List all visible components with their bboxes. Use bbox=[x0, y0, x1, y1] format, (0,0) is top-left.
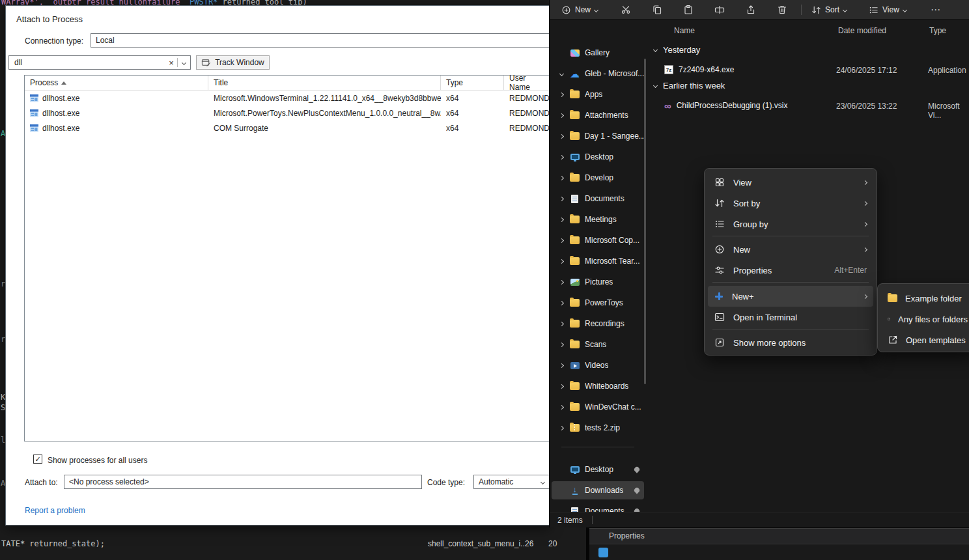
file-row[interactable]: 7z2409-x64.exe bbox=[664, 63, 734, 77]
menu-item-show-more-options[interactable]: Show more options bbox=[708, 332, 873, 353]
share-button[interactable] bbox=[740, 2, 762, 18]
process-table: Process Title Type User Name dllhost.exe… bbox=[24, 75, 550, 441]
open-external-icon bbox=[888, 335, 898, 345]
delete-button[interactable] bbox=[771, 2, 793, 18]
rename-button[interactable] bbox=[709, 2, 731, 18]
column-header-type[interactable]: Type bbox=[441, 76, 504, 90]
sidebar-item-apps[interactable]: Apps bbox=[552, 85, 644, 104]
download-icon bbox=[572, 486, 578, 495]
group-header-earlier-this-week[interactable]: Earlier this week bbox=[654, 81, 725, 91]
submenu-item-example-folder[interactable]: Example folder bbox=[881, 288, 969, 309]
menu-item-new[interactable]: New bbox=[708, 239, 873, 260]
filter-dropdown-button[interactable] bbox=[178, 61, 190, 64]
group-header-yesterday[interactable]: Yesterday bbox=[654, 45, 700, 55]
file-row[interactable]: ChildProcessDebugging (1).vsix bbox=[664, 98, 787, 113]
chevron-right-icon[interactable] bbox=[559, 404, 564, 409]
new-button[interactable]: New bbox=[555, 2, 604, 18]
editor-col-number: 20 bbox=[548, 539, 557, 548]
sidebar-item-attachments[interactable]: Attachments bbox=[552, 106, 644, 124]
chevron-right-icon[interactable] bbox=[559, 175, 564, 180]
folder-icon bbox=[570, 236, 580, 244]
desktop-icon bbox=[570, 154, 580, 160]
chevron-right-icon[interactable] bbox=[559, 217, 564, 221]
sidebar-item-microsoft-tear[interactable]: Microsoft Tear... bbox=[552, 252, 644, 270]
chevron-right-icon[interactable] bbox=[559, 342, 564, 346]
chevron-right-icon[interactable] bbox=[559, 113, 564, 117]
chevron-right-icon[interactable] bbox=[559, 259, 564, 263]
connection-type-combobox[interactable]: Local bbox=[91, 33, 550, 48]
sidebar-item-videos[interactable]: Videos bbox=[552, 356, 644, 374]
menu-item-open-in-terminal[interactable]: Open in Terminal bbox=[708, 307, 873, 328]
column-header-name[interactable]: Name bbox=[674, 26, 695, 35]
column-header-type[interactable]: Type bbox=[929, 26, 946, 35]
chevron-right-icon[interactable] bbox=[559, 321, 564, 326]
column-header-title[interactable]: Title bbox=[208, 76, 441, 90]
sidebar-item-powertoys[interactable]: PowerToys bbox=[552, 294, 644, 312]
chevron-right-icon[interactable] bbox=[559, 300, 564, 305]
sidebar-item-meetings[interactable]: Meetings bbox=[552, 210, 644, 229]
chevron-down-icon[interactable] bbox=[559, 71, 564, 76]
sidebar-item-desktop-pinned[interactable]: Desktop bbox=[552, 460, 644, 479]
show-all-users-checkbox[interactable] bbox=[33, 455, 42, 464]
sidebar-item-onedrive[interactable]: Gleb - Microsof... bbox=[552, 64, 644, 83]
rename-icon bbox=[714, 5, 725, 15]
sidebar-item-documents[interactable]: Documents bbox=[552, 189, 644, 208]
menu-item-sort-by[interactable]: Sort by bbox=[708, 193, 873, 214]
folder-icon bbox=[570, 216, 580, 223]
properties-icon bbox=[714, 265, 725, 275]
chevron-right-icon[interactable] bbox=[559, 154, 564, 159]
report-a-problem-link[interactable]: Report a problem bbox=[25, 506, 85, 515]
sidebar-item-whiteboards[interactable]: Whiteboards bbox=[552, 377, 644, 395]
submenu-item-open-templates[interactable]: Open templates bbox=[881, 329, 969, 350]
chevron-right-icon[interactable] bbox=[559, 363, 564, 367]
code-line-bottom: TATE* returned_state); bbox=[1, 539, 105, 548]
sidebar-item-downloads-pinned[interactable]: Downloads bbox=[552, 481, 644, 499]
properties-panel-title: Properties bbox=[609, 531, 645, 540]
newplus-submenu: Example folder Any files or folders Open… bbox=[877, 283, 969, 352]
chevron-right-icon[interactable] bbox=[559, 92, 564, 96]
sidebar-item-desktop[interactable]: Desktop bbox=[552, 148, 644, 166]
paste-button[interactable] bbox=[677, 2, 699, 18]
track-window-button[interactable]: Track Window bbox=[196, 55, 270, 70]
table-row[interactable]: dllhost.exe COM Surrogate x64 REDMOND bbox=[25, 120, 549, 135]
chevron-right-icon[interactable] bbox=[559, 133, 564, 138]
menu-item-new-plus[interactable]: New+ bbox=[708, 286, 873, 307]
table-row[interactable]: dllhost.exe Microsoft.PowerToys.NewPlusC… bbox=[25, 105, 549, 120]
copy-button[interactable] bbox=[646, 2, 668, 18]
sidebar-item-windevchat[interactable]: WinDevChat c... bbox=[552, 398, 644, 416]
nav-scrollbar[interactable] bbox=[644, 59, 646, 384]
sidebar-item-develop[interactable]: Develop bbox=[552, 169, 644, 187]
chevron-right-icon[interactable] bbox=[559, 384, 564, 388]
attach-to-input[interactable]: <No process selected> bbox=[64, 475, 422, 489]
folder-icon bbox=[570, 382, 580, 390]
code-type-combobox[interactable]: Automatic bbox=[473, 475, 550, 489]
menu-item-view[interactable]: View bbox=[708, 172, 873, 193]
sidebar-item-day1[interactable]: Day 1 - Sangee... bbox=[552, 127, 644, 145]
shortcut-label: Alt+Enter bbox=[834, 266, 867, 275]
table-row[interactable]: dllhost.exe Microsoft.WindowsTerminal_1.… bbox=[25, 91, 549, 105]
process-filter-input[interactable]: dll bbox=[8, 55, 191, 70]
more-button[interactable] bbox=[926, 2, 946, 18]
column-header-process[interactable]: Process bbox=[25, 76, 208, 90]
menu-item-group-by[interactable]: Group by bbox=[708, 214, 873, 234]
sort-button[interactable]: Sort bbox=[806, 2, 852, 18]
view-button[interactable]: View bbox=[864, 2, 912, 18]
column-header-user-name[interactable]: User Name bbox=[504, 76, 549, 90]
more-options-icon bbox=[714, 337, 725, 348]
sidebar-item-tests-zip[interactable]: tests 2.zip bbox=[552, 419, 644, 437]
chevron-right-icon[interactable] bbox=[559, 425, 564, 430]
clear-filter-icon[interactable] bbox=[165, 58, 177, 68]
chevron-right-icon[interactable] bbox=[559, 279, 564, 284]
chevron-right-icon[interactable] bbox=[559, 196, 564, 201]
submenu-item-any-files[interactable]: Any files or folders bbox=[881, 309, 969, 329]
sidebar-item-scans[interactable]: Scans bbox=[552, 335, 644, 354]
sidebar-item-documents-pinned[interactable]: Documents bbox=[552, 502, 644, 512]
column-header-date-modified[interactable]: Date modified bbox=[838, 26, 886, 35]
chevron-right-icon[interactable] bbox=[559, 238, 564, 242]
sidebar-item-recordings[interactable]: Recordings bbox=[552, 315, 644, 333]
sidebar-item-microsoft-cop[interactable]: Microsoft Cop... bbox=[552, 231, 644, 249]
sidebar-item-gallery[interactable]: Gallery bbox=[552, 44, 644, 62]
menu-item-properties[interactable]: Properties Alt+Enter bbox=[708, 260, 873, 281]
sidebar-item-pictures[interactable]: Pictures bbox=[552, 273, 644, 291]
cut-button[interactable] bbox=[615, 2, 637, 18]
